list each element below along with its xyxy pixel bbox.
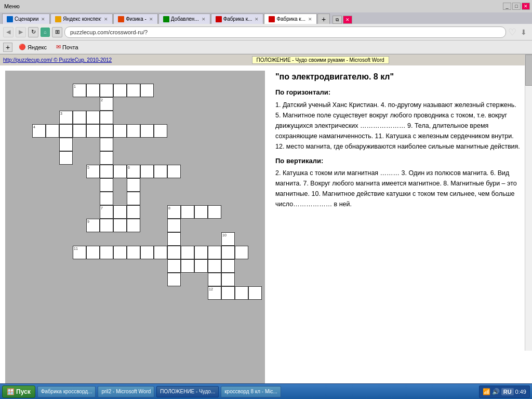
cell-3-4[interactable] xyxy=(100,111,113,124)
cell-9-1[interactable]: 9 xyxy=(86,219,100,232)
back-button[interactable]: ◀ xyxy=(3,27,14,37)
cell-4-10[interactable] xyxy=(154,124,167,138)
cell-7-3[interactable] xyxy=(127,205,140,219)
home-button[interactable]: ⌂ xyxy=(41,28,50,37)
taskbar-item-2[interactable]: pril2 - Microsoft Word xyxy=(98,386,154,397)
cell-7-1[interactable]: 7 xyxy=(100,205,113,219)
cell-8-1[interactable]: 8 xyxy=(167,205,181,219)
tab-3[interactable]: Физика - ✕ xyxy=(113,14,158,24)
cell-5-2[interactable] xyxy=(100,165,113,178)
tab-1-close[interactable]: ✕ xyxy=(41,17,45,22)
cell-11-3[interactable] xyxy=(100,246,113,259)
cell-4-1[interactable]: 4 xyxy=(32,124,46,138)
cell-4-7[interactable] xyxy=(113,124,127,138)
tab-6-active[interactable]: Фабрика к... ✕ xyxy=(264,14,317,24)
minimize-button[interactable]: _ xyxy=(503,3,511,10)
cell-4-6[interactable] xyxy=(100,124,113,138)
cell-5-7[interactable] xyxy=(167,165,181,178)
browser-close-button[interactable]: ✕ xyxy=(343,16,352,24)
taskbar-item-3[interactable]: ПОЛОЖЕНИЕ - Чудо... xyxy=(156,386,219,397)
menu-button[interactable]: Меню xyxy=(2,3,22,10)
lang-indicator[interactable]: RU xyxy=(501,388,514,395)
cell-11-4[interactable] xyxy=(113,246,127,259)
cell-v12-up[interactable] xyxy=(208,273,221,286)
cell-12-2[interactable] xyxy=(221,286,235,300)
cell-11-11[interactable] xyxy=(208,246,221,259)
cell-9-3[interactable] xyxy=(113,219,127,232)
cell-1-6[interactable] xyxy=(140,84,154,97)
cell-8-3[interactable] xyxy=(194,205,208,219)
start-button[interactable]: 🪟 Пуск xyxy=(2,385,35,398)
cell-12-4[interactable] xyxy=(248,286,262,300)
download-button[interactable]: ⬇ xyxy=(518,27,529,37)
cell-11-2[interactable] xyxy=(86,246,100,259)
scrollbar-thumb[interactable] xyxy=(525,65,532,86)
cell-8-4[interactable] xyxy=(208,205,221,219)
refresh-button[interactable]: ↻ xyxy=(28,27,38,37)
scrollbar-track[interactable] xyxy=(525,65,532,351)
cell-4-4[interactable] xyxy=(73,124,86,138)
bookmark-yandex[interactable]: 🔴 Яндекс xyxy=(16,43,50,51)
cell-v8-2[interactable] xyxy=(167,232,181,246)
cell-11-5[interactable] xyxy=(127,246,140,259)
cell-8-2[interactable] xyxy=(181,205,194,219)
cell-v3-2[interactable] xyxy=(59,151,73,165)
cell-v-4[interactable] xyxy=(194,259,208,273)
cell-v-3[interactable] xyxy=(181,259,194,273)
cell-11-7[interactable] xyxy=(154,246,167,259)
maximize-button[interactable]: □ xyxy=(512,3,521,10)
cell-10-1[interactable]: 10 xyxy=(221,232,235,246)
tab-4-close[interactable]: ✕ xyxy=(202,17,206,22)
cell-1-4[interactable] xyxy=(113,84,127,97)
cell-5-6[interactable] xyxy=(154,165,167,178)
cell-5-4[interactable]: 6 xyxy=(127,165,140,178)
taskbar-item-4[interactable]: кроссворд 8 кл - Mic... xyxy=(221,386,281,397)
cell-5-1[interactable]: 5 xyxy=(86,165,100,178)
cell-11-12[interactable] xyxy=(221,246,235,259)
cell-v3-1[interactable] xyxy=(59,138,73,151)
cell-7-2[interactable] xyxy=(113,205,127,219)
tab-5[interactable]: Фабрика к... ✕ xyxy=(211,14,264,24)
add-bookmark-button[interactable]: + xyxy=(3,43,12,52)
tab-2-close[interactable]: ✕ xyxy=(104,17,108,22)
cell-1-5[interactable] xyxy=(127,84,140,97)
status-link[interactable]: http://puzzlecup.com/ © PuzzleCup, 2010-… xyxy=(3,57,112,63)
cell-9-2[interactable] xyxy=(100,219,113,232)
cell-v2-2[interactable] xyxy=(100,151,113,165)
cell-1-1[interactable]: 1 xyxy=(73,84,86,97)
restore-button[interactable]: ⧉ xyxy=(332,16,342,24)
cell-11-1[interactable]: 11 xyxy=(73,246,86,259)
cell-1-3[interactable] xyxy=(100,84,113,97)
cell-v6-1[interactable] xyxy=(127,178,140,192)
cell-4-8[interactable] xyxy=(127,124,140,138)
cell-4-3[interactable] xyxy=(59,124,73,138)
cell-3-2[interactable] xyxy=(73,111,86,124)
cell-v-5[interactable] xyxy=(208,259,221,273)
cell-v-1[interactable] xyxy=(167,259,181,273)
cell-2-1[interactable]: 2 xyxy=(100,97,113,111)
cell-1-2[interactable] xyxy=(86,84,100,97)
tab-4[interactable]: Добавлен... ✕ xyxy=(158,14,210,24)
cell-3-1[interactable]: 3 xyxy=(59,111,73,124)
cell-v2-4[interactable] xyxy=(100,178,113,192)
cell-3-3[interactable] xyxy=(86,111,100,124)
cell-4-5[interactable] xyxy=(86,124,100,138)
cell-11-13[interactable] xyxy=(235,246,248,259)
cell-v2-5[interactable] xyxy=(100,192,113,205)
cell-5-5[interactable] xyxy=(140,165,154,178)
tab-6-close[interactable]: ✕ xyxy=(308,17,312,22)
cell-4-9[interactable] xyxy=(140,124,154,138)
cell-11-8[interactable] xyxy=(167,246,181,259)
taskbar-item-1[interactable]: Фабрика кроссворд... xyxy=(37,386,96,397)
forward-button[interactable]: ▶ xyxy=(16,27,26,37)
favorite-button[interactable]: ♡ xyxy=(508,26,516,38)
new-tab-button[interactable]: + xyxy=(317,14,330,24)
cell-11-6[interactable] xyxy=(140,246,154,259)
cell-12-1[interactable]: 12 xyxy=(208,286,221,300)
cell-9-4[interactable] xyxy=(127,219,140,232)
grid-button[interactable]: ⊞ xyxy=(52,27,62,37)
tab-3-close[interactable]: ✕ xyxy=(149,17,153,22)
cell-5-3[interactable] xyxy=(113,165,127,178)
close-button[interactable]: ✕ xyxy=(522,3,530,10)
cell-12-3[interactable] xyxy=(235,286,248,300)
